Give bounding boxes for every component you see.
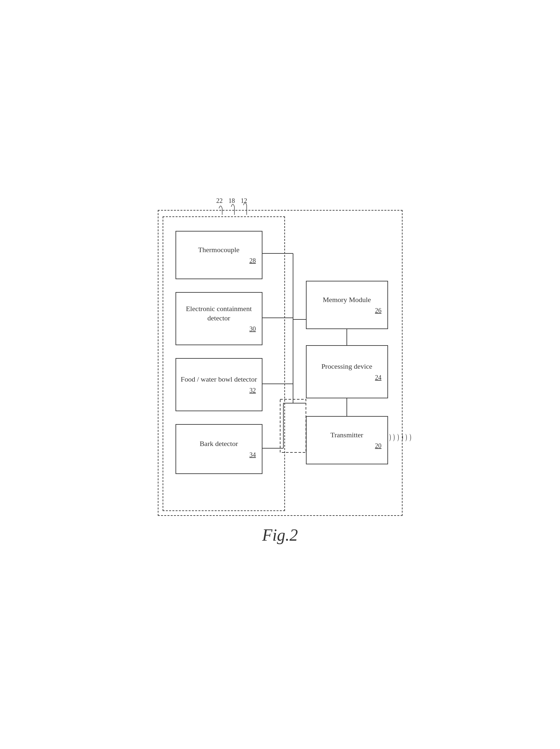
memory-box: Memory Module 26 <box>306 281 388 329</box>
ref-12: 12 <box>241 197 247 205</box>
thermocouple-label: Thermocouple <box>198 245 239 255</box>
bark-box: Bark detector 34 <box>175 424 262 474</box>
memory-label: Memory Module <box>323 295 371 305</box>
wave-4: ) <box>401 432 403 442</box>
memory-number: 26 <box>375 307 384 314</box>
electronic-number: 30 <box>250 325 259 333</box>
wave-5: ) <box>405 432 407 442</box>
diagram-container: 22 18 12 <box>155 197 406 519</box>
wave-2: ) <box>393 432 395 442</box>
thermocouple-box: Thermocouple 28 <box>175 231 262 279</box>
wave-3: ) <box>397 432 399 442</box>
food-label: Food / water bowl detector <box>181 375 257 384</box>
electronic-box: Electronic containment detector 30 <box>175 292 262 345</box>
processing-box: Processing device 24 <box>306 345 388 398</box>
wave-1: ) <box>389 432 391 442</box>
wave-6: ) <box>410 432 411 442</box>
transmitter-number: 20 <box>375 442 384 450</box>
processing-number: 24 <box>375 374 384 381</box>
figure-caption: Fig.2 <box>262 526 298 544</box>
bark-label: Bark detector <box>200 439 238 449</box>
transmitter-label: Transmitter <box>330 430 363 440</box>
page: 22 18 12 <box>140 187 420 562</box>
food-number: 32 <box>250 387 259 394</box>
bark-number: 34 <box>250 451 259 458</box>
ref-22: 22 <box>216 197 223 205</box>
thermocouple-number: 28 <box>250 257 259 264</box>
transmitter-box: Transmitter 20 <box>306 416 388 464</box>
electronic-label: Electronic containment detector <box>179 304 259 323</box>
processing-label: Processing device <box>321 362 372 371</box>
antenna-waves: ) ) ) ) ) ) <box>389 432 412 442</box>
food-box: Food / water bowl detector 32 <box>175 358 262 411</box>
ref-18: 18 <box>229 197 235 205</box>
